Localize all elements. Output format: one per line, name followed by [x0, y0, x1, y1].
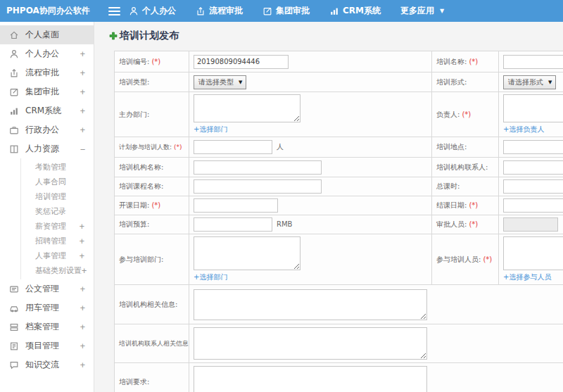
field-label: 培训要求:	[115, 363, 189, 392]
nav-personal-office[interactable]: 个人办公	[129, 5, 176, 17]
expand-toggle[interactable]: +	[82, 266, 87, 276]
app-logo: PHPOA协同办公软件	[0, 5, 97, 17]
requirements-textarea[interactable]	[194, 366, 427, 392]
select-participants-link[interactable]: +选择参与人员	[503, 272, 551, 282]
select-participate-dept-link[interactable]: +选择部门	[194, 272, 227, 282]
select-leader-link[interactable]: +选择负责人	[503, 125, 544, 134]
field-label: 培训名称:(*)	[432, 51, 499, 72]
sidebar-item-vehicle-mgmt[interactable]: 用车管理 +	[0, 298, 94, 317]
expand-toggle[interactable]: +	[80, 49, 85, 59]
expand-toggle[interactable]: +	[80, 236, 84, 246]
hr-submenu: 考勤管理 人事合同 培训管理 奖惩记录 薪资管理 + 招聘管理 + 人事管理 +	[20, 158, 94, 279]
field-label: 参与培训部门:	[115, 234, 189, 285]
expand-toggle[interactable]: +	[80, 322, 85, 332]
caret-down-icon: ▼	[440, 8, 444, 14]
expand-toggle[interactable]: +	[80, 303, 85, 313]
sidebar-subitem-basic-category[interactable]: 基础类别设置 +	[21, 263, 94, 278]
form-row: 培训预算: RMB 审批人员:(*) +选择审批人员	[115, 215, 563, 234]
sidebar-item-admin-office[interactable]: 行政办公 +	[0, 120, 94, 139]
participate-dept-textarea[interactable]	[194, 236, 301, 270]
field-label: 总课时:	[432, 177, 499, 196]
end-date-input[interactable]	[503, 198, 563, 213]
training-name-input[interactable]	[503, 55, 563, 69]
field-label: 培训预算:	[115, 215, 189, 234]
training-plan-form: 培训编号:(*) 培训名称:(*) 培训类型: 请选择类型▼ 培训形式: 请选择…	[114, 51, 563, 392]
caret-down-icon: ▼	[239, 80, 242, 85]
expand-toggle[interactable]: +	[80, 284, 85, 294]
sidebar-subitem-training-mgmt[interactable]: 培训管理	[21, 189, 94, 204]
expand-toggle[interactable]: +	[80, 68, 85, 78]
form-row: 参与培训部门: +选择部门 参与培训人员:(*) +选择参与人员	[115, 234, 563, 285]
expand-toggle[interactable]: +	[80, 341, 85, 351]
form-row: 培训机构名称: 培训机构联系人:	[115, 158, 563, 177]
car-icon	[9, 303, 20, 313]
nav-workflow-approval[interactable]: 流程审批	[196, 5, 243, 17]
sidebar-item-group-approval[interactable]: 集团审批 +	[0, 82, 94, 101]
budget-input[interactable]	[194, 217, 272, 232]
sidebar-item-hr[interactable]: 人力资源 −	[0, 139, 94, 158]
expand-toggle[interactable]: +	[80, 222, 84, 232]
field-label: 培训形式:	[432, 72, 499, 92]
field-label: 培训机构联系人:	[432, 158, 499, 177]
select-host-dept-link[interactable]: +选择部门	[194, 125, 227, 134]
sidebar-item-workflow-approval[interactable]: 流程审批 +	[0, 63, 94, 82]
participants-textarea[interactable]	[503, 236, 563, 270]
expand-toggle[interactable]: +	[80, 106, 85, 116]
home-icon	[9, 30, 20, 40]
main-content: 培训计划发布 培训编号:(*) 培训名称:(*) 培训类型: 请选择类型▼ 培训…	[94, 22, 563, 392]
upload-icon	[196, 6, 205, 16]
field-label: 培训课程名称:	[115, 177, 189, 196]
form-row: 培训课程名称: 总课时:	[115, 177, 563, 196]
form-row: 培训类型: 请选择类型▼ 培训形式: 请选择形式▼	[115, 72, 563, 92]
sidebar-subitem-salary[interactable]: 薪资管理 +	[21, 219, 94, 234]
org-contact-input[interactable]	[503, 160, 563, 175]
sidebar-item-desktop[interactable]: 个人桌面	[0, 25, 94, 44]
sidebar-item-project-mgmt[interactable]: 项目管理 +	[0, 336, 94, 355]
start-date-input[interactable]	[194, 198, 278, 213]
sidebar-item-archive-mgmt[interactable]: 档案管理 +	[0, 317, 94, 336]
sidebar-item-crm[interactable]: CRM系统 +	[0, 101, 94, 120]
field-label: 主办部门:	[115, 92, 189, 137]
expand-toggle[interactable]: +	[80, 125, 85, 135]
training-form-select[interactable]: 请选择形式▼	[503, 75, 556, 89]
field-label: 培训编号:(*)	[115, 51, 189, 72]
form-row: 培训机构相关信息:	[115, 285, 563, 324]
field-label: 负责人:(*)	[432, 92, 499, 137]
sidebar: 个人桌面 个人办公 + 流程审批 + 集团审批 + CRM系统 + 行政办公 +	[0, 22, 94, 392]
sidebar-item-document-mgmt[interactable]: 公文管理 +	[0, 279, 94, 298]
field-label: 培训机构名称:	[115, 158, 189, 177]
nav-more-apps[interactable]: 更多应用 ▼	[400, 5, 444, 17]
book-icon	[9, 144, 20, 154]
approver-input[interactable]	[503, 217, 558, 232]
hamburger-icon[interactable]	[108, 5, 120, 18]
collapse-toggle[interactable]: −	[80, 144, 85, 154]
training-type-select[interactable]: 请选择类型▼	[194, 75, 246, 89]
form-row: 计划参与培训人数:(*) 人 培训地点:	[115, 137, 563, 158]
sidebar-subitem-recruitment[interactable]: 招聘管理 +	[21, 234, 94, 248]
nav-crm[interactable]: CRM系统	[329, 5, 381, 17]
org-name-input[interactable]	[194, 160, 322, 175]
total-hours-input[interactable]	[503, 179, 563, 194]
planned-count-input[interactable]	[194, 140, 272, 154]
briefcase-icon	[9, 125, 20, 135]
host-dept-textarea[interactable]	[194, 94, 301, 122]
sidebar-subitem-personnel[interactable]: 人事管理 +	[21, 248, 94, 263]
field-label: 培训机构相关信息:	[115, 285, 189, 324]
org-contact-info-textarea[interactable]	[194, 327, 427, 360]
location-input[interactable]	[503, 140, 563, 154]
sidebar-subitem-hr-contract[interactable]: 人事合同	[21, 175, 94, 189]
expand-toggle[interactable]: +	[80, 87, 85, 97]
org-info-textarea[interactable]	[194, 289, 427, 320]
sidebar-item-personal-office[interactable]: 个人办公 +	[0, 44, 94, 63]
training-no-input[interactable]	[194, 55, 289, 69]
sidebar-item-knowledge-exchange[interactable]: 知识交流 +	[0, 355, 94, 374]
nav-group-approval[interactable]: 集团审批	[262, 5, 310, 17]
course-name-input[interactable]	[194, 179, 322, 194]
form-row: 培训机构联系人相关信息:	[115, 324, 563, 363]
sidebar-subitem-reward-punishment[interactable]: 奖惩记录	[21, 204, 94, 219]
sidebar-subitem-attendance[interactable]: 考勤管理	[21, 160, 94, 175]
form-row: 开课日期:(*) 结课日期:(*)	[115, 196, 563, 215]
leader-textarea[interactable]	[503, 94, 563, 122]
expand-toggle[interactable]: +	[80, 251, 84, 261]
expand-toggle[interactable]: +	[80, 360, 85, 370]
